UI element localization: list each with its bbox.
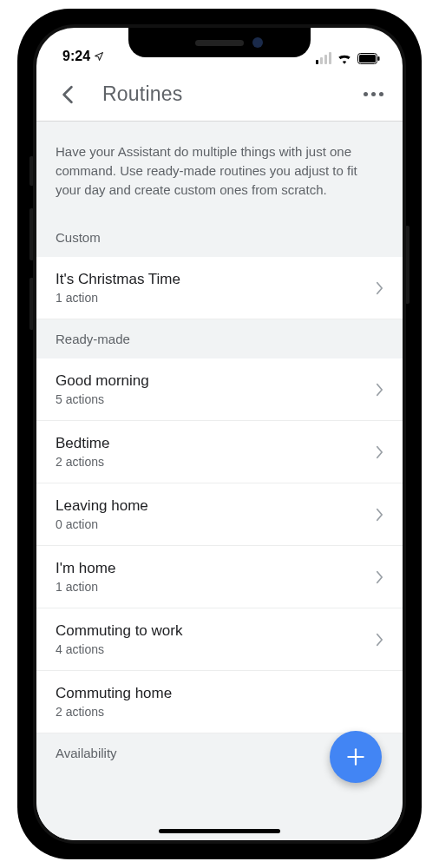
- routine-name: It's Christmas Time: [56, 271, 180, 288]
- location-arrow-icon: [94, 51, 104, 62]
- routine-row-commuting-home[interactable]: Commuting home 2 actions: [36, 671, 403, 733]
- routine-row-im-home[interactable]: I'm home 1 action: [36, 546, 403, 608]
- routine-name: I'm home: [56, 560, 115, 577]
- routine-name: Good morning: [56, 372, 149, 390]
- routine-row-christmas[interactable]: It's Christmas Time 1 action: [36, 257, 403, 319]
- chevron-left-icon: [62, 85, 74, 104]
- overflow-menu-button[interactable]: [364, 92, 383, 96]
- svg-rect-1: [359, 55, 376, 62]
- phone-notch: [128, 28, 311, 57]
- section-label-ready: Ready-made: [36, 319, 403, 358]
- chevron-right-icon: [376, 383, 383, 397]
- back-button[interactable]: [56, 82, 80, 107]
- more-icon: [364, 92, 368, 96]
- routine-subtitle: 0 action: [56, 517, 148, 531]
- routine-row-leaving-home[interactable]: Leaving home 0 action: [36, 483, 403, 546]
- section-label-custom: Custom: [36, 218, 403, 257]
- plus-icon: [344, 746, 367, 768]
- routine-subtitle: 5 actions: [56, 392, 149, 406]
- routine-row-commuting-to-work[interactable]: Commuting to work 4 actions: [36, 608, 403, 671]
- wifi-icon: [337, 52, 352, 64]
- routine-name: Commuting to work: [56, 622, 182, 640]
- page-header: Routines: [36, 68, 403, 122]
- content-scroll[interactable]: Have your Assistant do multiple things w…: [36, 122, 403, 840]
- phone-frame: 9:24 Ro: [17, 9, 422, 859]
- home-indicator[interactable]: [159, 829, 280, 833]
- routine-subtitle: 1 action: [56, 580, 115, 594]
- routine-name: Bedtime: [56, 435, 109, 452]
- routine-subtitle: 4 actions: [56, 642, 182, 656]
- svg-rect-2: [378, 56, 380, 61]
- chevron-right-icon: [376, 570, 383, 584]
- chevron-right-icon: [376, 508, 383, 522]
- chevron-right-icon: [376, 281, 383, 295]
- add-routine-fab[interactable]: [330, 731, 382, 783]
- page-title: Routines: [102, 82, 182, 106]
- routine-subtitle: 2 actions: [56, 455, 109, 469]
- intro-text: Have your Assistant do multiple things w…: [36, 122, 403, 218]
- routine-row-bedtime[interactable]: Bedtime 2 actions: [36, 421, 403, 483]
- routine-row-good-morning[interactable]: Good morning 5 actions: [36, 358, 403, 421]
- status-time: 9:24: [62, 49, 90, 64]
- chevron-right-icon: [376, 445, 383, 459]
- routine-subtitle: 2 actions: [56, 705, 172, 719]
- routine-name: Commuting home: [56, 685, 172, 702]
- battery-icon: [357, 53, 380, 64]
- routine-subtitle: 1 action: [56, 291, 180, 305]
- chevron-right-icon: [376, 633, 383, 647]
- cellular-signal-icon: [316, 52, 331, 64]
- routine-name: Leaving home: [56, 497, 148, 515]
